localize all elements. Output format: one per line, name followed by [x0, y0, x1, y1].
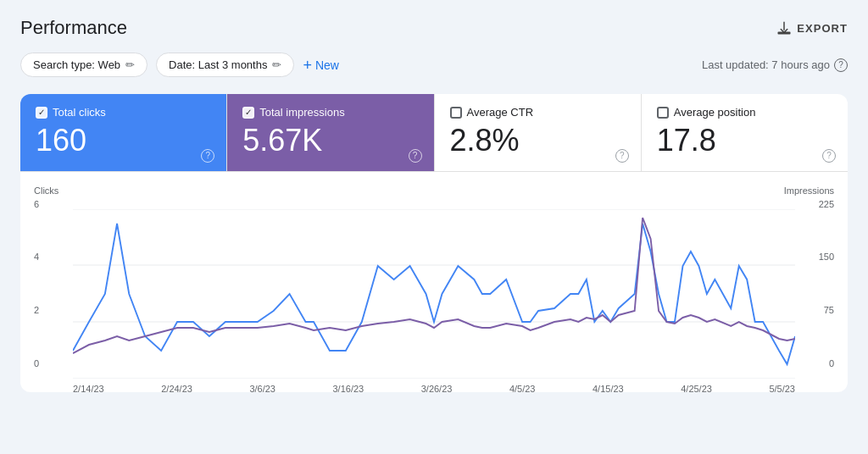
metric-total-clicks[interactable]: ✓ Total clicks 160 ? [20, 94, 227, 171]
y-axis-title-left: Clicks [34, 185, 58, 196]
checkbox-position [657, 107, 669, 119]
x-label-0: 2/14/23 [73, 384, 104, 392]
y-labels-right: 225 150 75 0 [819, 199, 834, 368]
y-axis-title-right: Impressions [784, 185, 834, 196]
help-icon[interactable]: ? [834, 58, 848, 72]
metric-average-ctr[interactable]: Average CTR 2.8% ? [435, 94, 642, 171]
help-icon-impressions[interactable]: ? [409, 149, 422, 163]
metric-help-clicks: ? [201, 147, 214, 163]
x-label-8: 5/5/23 [769, 384, 795, 392]
clicks-line [73, 224, 795, 364]
metric-value-impressions: 5.67K [242, 124, 418, 158]
help-icon-ctr[interactable]: ? [615, 149, 629, 163]
new-button[interactable]: + New [303, 58, 339, 73]
edit-icon: ✏ [272, 58, 281, 71]
edit-icon: ✏ [125, 58, 135, 71]
metric-header-position: Average position [657, 106, 832, 119]
x-label-2: 3/6/23 [249, 384, 275, 392]
metric-header-ctr: Average CTR [450, 106, 626, 119]
y-label-left-4: 4 [34, 252, 39, 262]
plus-icon: + [303, 58, 312, 73]
metric-help-ctr: ? [615, 147, 629, 163]
x-label-5: 4/5/23 [509, 384, 536, 392]
x-label-3: 3/16/23 [333, 384, 364, 392]
metric-average-position[interactable]: Average position 17.8 ? [642, 94, 848, 171]
metric-header-impressions: ✓ Total impressions [242, 106, 418, 119]
x-label-1: 2/24/23 [161, 384, 192, 392]
page-header: Performance EXPORT [20, 17, 848, 39]
y-label-left-0: 0 [34, 358, 39, 368]
page-title: Performance [20, 17, 127, 39]
chart-area: Clicks Impressions 6 4 2 0 225 150 75 0 [20, 172, 848, 392]
date-range-filter[interactable]: Date: Last 3 months ✏ [156, 53, 294, 77]
search-type-filter[interactable]: Search type: Web ✏ [20, 53, 147, 77]
y-label-right-75: 75 [819, 305, 834, 315]
y-label-right-150: 150 [819, 252, 834, 262]
x-label-7: 4/25/23 [681, 384, 712, 392]
filter-bar: Search type: Web ✏ Date: Last 3 months ✏… [20, 53, 848, 77]
last-updated: Last updated: 7 hours ago ? [702, 58, 848, 72]
x-label-6: 4/15/23 [593, 384, 624, 392]
metric-total-impressions[interactable]: ✓ Total impressions 5.67K ? [227, 94, 434, 171]
metric-help-position: ? [822, 147, 836, 163]
metrics-row: ✓ Total clicks 160 ? ✓ Total impressions… [20, 94, 848, 172]
metric-value-clicks: 160 [36, 124, 211, 158]
chart-svg [73, 209, 795, 379]
metric-value-ctr: 2.8% [450, 124, 626, 158]
y-label-right-225: 225 [819, 199, 834, 209]
export-button[interactable]: EXPORT [776, 20, 848, 36]
help-icon-position[interactable]: ? [822, 149, 836, 163]
chart-svg-wrapper [73, 209, 795, 379]
y-label-left-2: 2 [34, 305, 39, 315]
checkbox-ctr [450, 107, 462, 119]
export-icon [776, 20, 792, 36]
y-label-left-6: 6 [34, 199, 39, 209]
x-labels: 2/14/23 2/24/23 3/6/23 3/16/23 3/26/23 4… [73, 382, 795, 392]
metric-help-impressions: ? [409, 147, 422, 163]
checkbox-impressions: ✓ [242, 107, 254, 119]
y-label-right-0: 0 [819, 358, 834, 368]
impressions-line [73, 218, 795, 353]
y-labels-left: 6 4 2 0 [34, 199, 39, 368]
checkbox-clicks: ✓ [36, 107, 47, 119]
main-card: ✓ Total clicks 160 ? ✓ Total impressions… [20, 94, 848, 392]
metric-value-position: 17.8 [657, 124, 832, 158]
help-icon-clicks[interactable]: ? [201, 149, 214, 163]
x-label-4: 3/26/23 [421, 384, 453, 392]
metric-header-clicks: ✓ Total clicks [36, 106, 211, 119]
